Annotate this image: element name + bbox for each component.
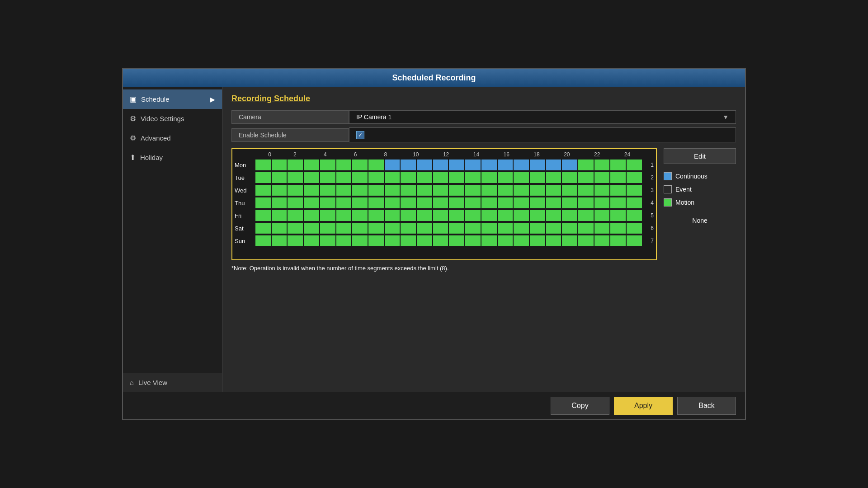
day-tue: Tue: [235, 174, 255, 181]
cell: [546, 172, 562, 183]
thu-cells[interactable]: [255, 197, 642, 209]
cell: [320, 210, 336, 221]
video-settings-icon: ⚙: [130, 114, 136, 123]
cell: [578, 159, 594, 171]
schedule-row-mon: Mon: [235, 159, 654, 171]
cell: [336, 235, 352, 247]
cell: [626, 210, 642, 221]
cell: [287, 172, 303, 183]
cell: [336, 210, 352, 221]
legend-continuous: Continuous: [664, 171, 736, 182]
cell: [336, 159, 352, 171]
cell: [546, 222, 562, 234]
cell: [610, 197, 626, 209]
back-button[interactable]: Back: [677, 397, 736, 415]
wed-cells[interactable]: [255, 184, 642, 196]
cell: [626, 184, 642, 196]
cell: [368, 184, 384, 196]
cell: [546, 197, 562, 209]
sidebar-item-holiday[interactable]: ⬆ Holiday: [123, 148, 222, 167]
extra-row: [235, 248, 654, 257]
cell: [320, 197, 336, 209]
cell: [400, 235, 416, 247]
cell: [513, 159, 529, 171]
advanced-icon: ⚙: [130, 134, 136, 142]
cell: [303, 159, 320, 171]
cell: [529, 235, 546, 247]
edit-button[interactable]: Edit: [664, 148, 736, 164]
cell: [352, 172, 368, 183]
cell: [626, 172, 642, 183]
cell: [303, 222, 320, 234]
cell: [448, 235, 465, 247]
day-sun: Sun: [235, 238, 255, 244]
motion-label: Motion: [675, 199, 694, 206]
enable-schedule-checkbox[interactable]: ✓: [349, 127, 736, 142]
row-num-sun: 7: [645, 238, 654, 244]
camera-value[interactable]: IP Camera 1 ▼: [349, 110, 736, 124]
cell: [626, 159, 642, 171]
sat-cells[interactable]: [255, 222, 642, 234]
cell: [400, 159, 416, 171]
cell: [303, 210, 320, 221]
sidebar-item-advanced[interactable]: ⚙ Advanced: [123, 128, 222, 148]
cell: [481, 210, 497, 221]
fri-cells[interactable]: [255, 210, 642, 221]
sidebar-video-settings-label: Video Settings: [141, 115, 184, 122]
cell: [416, 159, 433, 171]
main-window: Scheduled Recording ▣ Schedule ▶ ⚙ Video…: [122, 68, 746, 420]
cell: [271, 210, 288, 221]
cell: [352, 159, 368, 171]
legend-area: Edit Continuous Event Motion None: [664, 148, 736, 272]
cell: [287, 235, 303, 247]
event-color-box: [664, 185, 672, 193]
cell: [368, 159, 384, 171]
sun-cells[interactable]: [255, 235, 642, 247]
enable-schedule-row: Enable Schedule ✓: [231, 127, 736, 142]
cell: [481, 172, 497, 183]
sidebar-holiday-label: Holiday: [140, 154, 163, 161]
cell: [448, 197, 465, 209]
cell: [626, 235, 642, 247]
cell: [303, 197, 320, 209]
mon-cells[interactable]: [255, 159, 642, 171]
cell: [610, 210, 626, 221]
checkbox-checked-icon: ✓: [356, 131, 364, 139]
tue-cells[interactable]: [255, 172, 642, 183]
camera-row: Camera IP Camera 1 ▼: [231, 110, 736, 124]
cell: [400, 197, 416, 209]
cell: [465, 172, 481, 183]
time-24: 24: [612, 151, 642, 158]
cell: [384, 210, 401, 221]
cell: [320, 172, 336, 183]
cell: [546, 184, 562, 196]
cell: [320, 235, 336, 247]
cell: [400, 184, 416, 196]
cell: [287, 222, 303, 234]
schedule-row-thu: Thu 4: [235, 197, 654, 209]
copy-button[interactable]: Copy: [551, 397, 609, 415]
time-22: 22: [582, 151, 612, 158]
sidebar-footer: ⌂ Live View: [123, 373, 222, 392]
sidebar: ▣ Schedule ▶ ⚙ Video Settings ⚙ Advanced…: [123, 87, 222, 392]
cell: [368, 235, 384, 247]
cell: [368, 210, 384, 221]
row-num-sat: 6: [645, 225, 654, 231]
cell: [529, 197, 546, 209]
cell: [481, 235, 497, 247]
schedule-row-wed: Wed 3: [235, 184, 654, 196]
row-num-spacer: [642, 151, 654, 158]
day-fri: Fri: [235, 212, 255, 219]
cell: [303, 184, 320, 196]
cell: [610, 222, 626, 234]
row-num-fri: 5: [645, 212, 654, 219]
sidebar-item-video-settings[interactable]: ⚙ Video Settings: [123, 109, 222, 128]
live-view-icon: ⌂: [130, 379, 134, 386]
cell: [578, 222, 594, 234]
live-view-button[interactable]: ⌂ Live View: [123, 373, 222, 392]
time-8: 8: [370, 151, 401, 158]
sidebar-item-schedule[interactable]: ▣ Schedule ▶: [123, 89, 222, 109]
cell: [481, 197, 497, 209]
cell: [513, 184, 529, 196]
apply-button[interactable]: Apply: [614, 397, 673, 415]
